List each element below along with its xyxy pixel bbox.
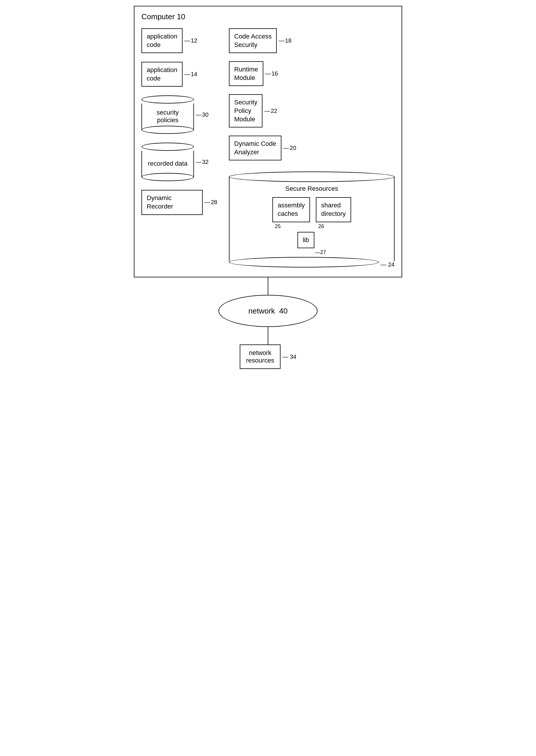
line-network-to-resources <box>268 327 268 344</box>
cylinder-top-sp <box>142 95 194 104</box>
lib-num: —27 <box>315 249 326 256</box>
dynamic-recorder-item: Dynamic Recorder 28 <box>142 190 217 215</box>
security-policies-cylinder: securitypolicies <box>142 95 194 134</box>
network-ellipse: network 40 <box>218 295 318 327</box>
security-policy-module-label: SecurityPolicyModule <box>234 99 257 122</box>
code-access-security-label: Code AccessSecurity <box>234 33 272 49</box>
app-code-1-item: applicationcode 12 <box>142 28 217 53</box>
app-code-1-num: 12 <box>184 37 197 44</box>
security-policy-module-num: 22 <box>264 108 277 114</box>
lib-label: lib <box>303 236 309 244</box>
code-access-security-item: Code AccessSecurity 18 <box>229 28 394 53</box>
dynamic-code-analyzer-label: Dynamic CodeAnalyzer <box>234 140 276 156</box>
runtime-module-label: RuntimeModule <box>234 66 258 81</box>
security-policies-wrapper: securitypolicies 30 <box>142 95 217 134</box>
dynamic-recorder-label: Dynamic Recorder <box>147 194 173 210</box>
shared-directory-box: shareddirectory <box>316 197 351 222</box>
dynamic-code-analyzer-num: 20 <box>283 145 296 152</box>
secure-resources-ellipse-bottom <box>229 257 379 267</box>
sr-lib-row: lib —27 <box>235 232 388 256</box>
secure-resources-title: Secure Resources <box>235 185 388 192</box>
app-code-2-item: applicationcode 14 <box>142 62 217 86</box>
computer-box: Computer 10 applicationcode 12 applicati… <box>134 6 402 277</box>
shared-directory-labeled: shareddirectory 26 <box>316 197 351 229</box>
lib-box: lib <box>297 232 314 249</box>
network-row: network 40 <box>218 295 318 327</box>
dynamic-recorder-box: Dynamic Recorder <box>142 190 203 215</box>
secure-resources-body: Secure Resources assemblycaches 25 <box>229 177 394 261</box>
assembly-caches-box: assemblycaches <box>272 197 310 222</box>
app-code-2-box: applicationcode <box>142 62 183 86</box>
code-access-security-num: 18 <box>279 37 291 44</box>
runtime-module-box: RuntimeModule <box>229 61 263 86</box>
app-code-2-num: 14 <box>184 71 197 78</box>
security-policy-module-item: SecurityPolicyModule 22 <box>229 94 394 127</box>
recorded-data-wrapper: recorded data 32 <box>142 143 217 181</box>
cylinder-bottom-sp <box>142 126 194 134</box>
cylinder-top-rd <box>142 143 194 151</box>
secure-resources: Secure Resources assemblycaches 25 <box>229 171 394 268</box>
security-policies-label: securitypolicies <box>156 109 179 124</box>
shared-directory-num: 26 <box>318 223 324 229</box>
network-label-text: network <box>249 307 275 315</box>
security-policies-num: 30 <box>196 111 209 118</box>
shared-directory-label: shareddirectory <box>321 201 346 217</box>
page: Computer 10 applicationcode 12 applicati… <box>134 6 402 369</box>
app-code-2-label: applicationcode <box>147 66 177 82</box>
main-content: applicationcode 12 applicationcode 14 <box>142 28 394 268</box>
dynamic-recorder-num: 28 <box>204 199 217 206</box>
dynamic-code-analyzer-box: Dynamic CodeAnalyzer <box>229 136 282 160</box>
network-resources-label: networkresources <box>246 349 274 364</box>
left-column: applicationcode 12 applicationcode 14 <box>142 28 217 268</box>
network-resources-box: networkresources <box>240 344 281 369</box>
dynamic-code-analyzer-item: Dynamic CodeAnalyzer 20 <box>229 136 394 160</box>
cylinder-bottom-rd <box>142 173 194 181</box>
runtime-module-item: RuntimeModule 16 <box>229 61 394 86</box>
secure-resources-num: — 24 <box>381 261 394 268</box>
right-column: Code AccessSecurity 18 RuntimeModule 16 … <box>229 28 394 268</box>
network-resources-num: — 34 <box>282 354 296 360</box>
lib-num-val: 27 <box>320 249 326 255</box>
runtime-module-num: 16 <box>265 70 278 77</box>
sr-inner-row: assemblycaches 25 shareddirectory 26 <box>235 197 388 229</box>
assembly-caches-labeled: assemblycaches 25 <box>272 197 310 229</box>
network-num: 40 <box>279 307 287 315</box>
app-code-1-box: applicationcode <box>142 28 183 53</box>
line-computer-to-network <box>268 277 268 295</box>
computer-title: Computer 10 <box>142 12 394 21</box>
network-resources-labeled: networkresources — 34 <box>240 344 296 369</box>
app-code-1-label: applicationcode <box>147 33 177 49</box>
security-policy-module-box: SecurityPolicyModule <box>229 94 262 127</box>
recorded-data-num: 32 <box>196 159 209 165</box>
assembly-caches-label: assemblycaches <box>278 201 305 217</box>
lib-labeled: lib —27 <box>297 232 326 256</box>
network-label: network 40 <box>249 307 287 316</box>
recorded-data-label: recorded data <box>148 160 187 167</box>
code-access-security-box: Code AccessSecurity <box>229 28 277 53</box>
below-computer: network 40 networkresources — 34 <box>134 277 402 369</box>
recorded-data-cylinder: recorded data <box>142 143 194 181</box>
assembly-caches-num: 25 <box>275 223 281 229</box>
